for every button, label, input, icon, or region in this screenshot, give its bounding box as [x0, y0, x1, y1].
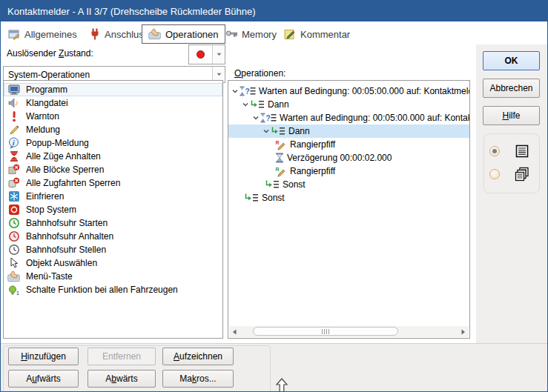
svg-text:?: ? [265, 114, 270, 122]
tab-kommentar[interactable]: Kommentar [284, 25, 350, 43]
tree-row[interactable]: R Rangierpfiff [228, 138, 469, 151]
function-lamp-icon: 1 [7, 284, 20, 296]
red-state-dot-icon [197, 50, 205, 59]
tab-label: Operationen [165, 29, 219, 40]
tree-row[interactable]: ? Warten auf Bedingung: 00:05:00.000 auf… [228, 84, 469, 98]
macros-button[interactable]: Makros... [162, 370, 234, 388]
tree-row[interactable]: Verzögerung 00:00:02.000 [228, 151, 469, 165]
route-lock-icon [7, 177, 20, 189]
tree-row-label: Warten auf Bedingung: 00:05:00.000 auf: … [259, 86, 470, 96]
trigger-state-label: Auslösender Zustand: [7, 48, 93, 59]
keyboard-hand-icon [7, 270, 20, 282]
list-view-icon [515, 144, 529, 160]
help-button[interactable]: Hilfe [483, 106, 540, 125]
svg-text:1: 1 [16, 290, 19, 296]
tree-row-selected[interactable]: Dann [228, 124, 469, 138]
list-item-label: Objekt Auswählen [26, 258, 97, 268]
scroll-right-button[interactable] [458, 326, 469, 337]
tab-label: Allgemeines [24, 29, 77, 40]
add-button[interactable]: Hinzufügen [8, 348, 79, 365]
svg-text:♪: ♪ [15, 99, 19, 107]
radio-list-view[interactable] [489, 146, 500, 156]
list-item[interactable]: Menü-Taste [4, 270, 222, 283]
list-item[interactable]: Meldung [4, 123, 222, 136]
scroll-left-button[interactable] [229, 326, 240, 337]
then-branch-icon [271, 126, 285, 136]
list-item[interactable]: Warnton [4, 110, 222, 123]
trigger-state-dropdown[interactable] [188, 44, 225, 64]
tab-allgemeines[interactable]: Allgemeines [8, 25, 77, 43]
tree-row[interactable]: R Rangierpfiff [228, 165, 469, 178]
move-up-button[interactable]: Aufwärts [8, 370, 79, 388]
else-branch-icon [265, 179, 280, 190]
block-lock-icon [7, 164, 20, 176]
list-item-label: Einfrieren [26, 191, 64, 202]
horizontal-scrollbar[interactable] [229, 326, 469, 337]
list-item[interactable]: ♪ Klangdatei [4, 96, 222, 110]
wait-condition-icon: ? [240, 86, 256, 96]
svg-text:R: R [276, 139, 280, 144]
plug-icon [90, 28, 100, 40]
tree-row-label: Dann [288, 126, 310, 136]
tree-row-label: Warten auf Bedingung: 00:05:00.000 auf: … [280, 113, 470, 123]
cursor-select-icon [7, 257, 20, 269]
tab-anschluss[interactable]: Anschluss [90, 25, 148, 43]
clock-stop-icon [7, 230, 20, 242]
cancel-button[interactable]: Abbrechen [483, 79, 540, 98]
monitor-icon [7, 84, 20, 96]
svg-text:?: ? [245, 87, 249, 96]
chevron-expanded-icon[interactable] [230, 87, 240, 95]
title-bar[interactable]: Kontaktmelder - A II 3/7 (Drehscheibe Rü… [1, 1, 548, 21]
list-item-label: Alle Zugfahrten Sperren [26, 178, 120, 188]
list-item[interactable]: Bahnhofsuhr Starten [4, 216, 222, 230]
scrollbar-thumb[interactable] [253, 327, 398, 336]
list-item[interactable]: Bahnhofsuhr Stellen [4, 243, 222, 256]
list-item[interactable]: i Popup-Meldung [4, 136, 222, 150]
then-branch-icon [250, 99, 265, 110]
list-item[interactable]: Alle Züge Anhalten [4, 150, 222, 163]
tab-label: Memory [242, 29, 277, 40]
warning-exclamation-icon [7, 110, 20, 122]
tree-row[interactable]: Sonst [228, 191, 469, 205]
move-down-button[interactable]: Abwärts [88, 370, 156, 388]
remove-button[interactable]: Entfernen [88, 348, 156, 365]
chevron-expanded-icon[interactable] [251, 114, 260, 122]
list-item-label: Programm [26, 84, 67, 95]
operations-tree[interactable]: ? Warten auf Bedingung: 00:05:00.000 auf… [228, 80, 470, 339]
list-item[interactable]: Bahnhofsuhr Anhalten [4, 230, 222, 243]
radio-stacked-view[interactable] [489, 169, 500, 179]
chevron-expanded-icon[interactable] [240, 101, 250, 108]
list-item[interactable]: Alle Blöcke Sperren [4, 163, 222, 176]
tree-row[interactable]: ? Warten auf Bedingung: 00:05:00.000 auf… [228, 111, 469, 124]
whistle-sound-red-icon: R [275, 139, 287, 150]
svg-text:R: R [276, 166, 280, 171]
list-item[interactable]: Einfrieren [4, 190, 222, 203]
tab-operationen[interactable]: Operationen [142, 24, 225, 44]
record-button[interactable]: Aufzeichnen [162, 348, 234, 365]
operations-label: Operationen: [234, 68, 285, 79]
tree-row[interactable]: Sonst [228, 178, 469, 191]
list-item[interactable]: Stop System [4, 203, 222, 216]
tab-memory[interactable]: Memory [225, 25, 277, 43]
tree-row-label: Verzögerung 00:00:02.000 [287, 153, 392, 163]
list-item[interactable]: 1 Schalte Funktion bei allen Fahrzeugen [4, 283, 222, 296]
wait-condition-icon: ? [260, 113, 277, 123]
speaker-note-icon: ♪ [7, 97, 20, 109]
tree-row-label: Rangierpfiff [290, 166, 335, 176]
list-item-label: Alle Züge Anhalten [26, 151, 101, 162]
ok-button[interactable]: OK [483, 51, 540, 70]
display-options-group [483, 133, 540, 193]
list-item[interactable]: Alle Zugfahrten Sperren [4, 176, 222, 190]
tree-row[interactable]: Dann [228, 98, 469, 111]
scrollbar-track[interactable] [240, 326, 458, 337]
list-item[interactable]: Programm [4, 83, 222, 96]
kontaktmelder-dialog: Kontaktmelder - A II 3/7 (Drehscheibe Rü… [0, 0, 548, 392]
list-item[interactable]: Objekt Auswählen [4, 256, 222, 270]
list-item-label: Meldung [26, 124, 60, 135]
red-hourglass-icon [7, 150, 20, 162]
chevron-expanded-icon[interactable] [261, 127, 271, 135]
operation-types-list[interactable]: Programm ♪ Klangdatei Warnton Meldung i … [3, 80, 223, 339]
list-item-label: Alle Blöcke Sperren [26, 165, 104, 175]
chevron-down-icon[interactable] [212, 45, 225, 64]
keyboard-hand-icon [148, 28, 161, 40]
